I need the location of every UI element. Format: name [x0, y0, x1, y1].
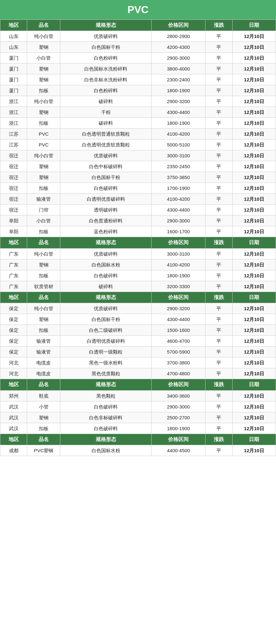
table-cell: 白色破碎料 [60, 423, 152, 434]
table-cell: 宿迁 [0, 172, 27, 183]
table-row: 武汉扣板白色破碎料1800-1900平12月10日 [0, 423, 276, 434]
table-cell: 平 [205, 205, 232, 215]
section-header-cell: 地区 [0, 434, 27, 445]
table-cell: 3750-3850 [152, 172, 205, 183]
table-cell: 扣板 [27, 226, 60, 237]
table-cell: 白色国标干粉 [60, 172, 152, 183]
table-cell: 平 [205, 336, 232, 347]
table-cell: 12月10日 [232, 336, 276, 347]
table-cell: 黑色优质颗粒 [60, 368, 152, 379]
table-cell: 输液管 [27, 194, 60, 205]
table-cell: 12月10日 [232, 42, 276, 53]
table-cell: 白色破碎料 [60, 270, 152, 281]
table-cell: 平 [205, 96, 232, 107]
section-header-cell: 涨跌 [205, 237, 232, 248]
table-cell: 平 [205, 325, 232, 336]
table-cell: 12月10日 [232, 215, 276, 226]
table-cell: 蓝色粉碎料 [60, 226, 152, 237]
section-header-cell: 规格形态 [60, 237, 152, 248]
table-cell: 浙江 [0, 96, 27, 107]
table-cell: 3800-4000 [152, 64, 205, 74]
table-cell: 12月10日 [232, 64, 276, 74]
section-header-cell: 日期 [232, 379, 276, 390]
table-cell: 白色非标水洗粉碎料 [60, 74, 152, 85]
table-cell: 扣板 [27, 325, 60, 336]
table-cell: 2350-2450 [152, 161, 205, 172]
table-cell: PVC [27, 129, 60, 139]
section-header-cell: 品名 [27, 434, 60, 445]
table-cell: 纯小白管 [27, 150, 60, 161]
table-cell: 4100-4200 [152, 194, 205, 205]
section-header-cell: 价格区间 [152, 434, 205, 445]
table-cell: 白色国标干粉 [60, 314, 152, 325]
table-cell: 纯小白管 [27, 96, 60, 107]
table-cell: 12月10日 [232, 205, 276, 215]
table-row: 保定输液管白透明优质破碎料4600-4700平12月10日 [0, 336, 276, 347]
table-cell: 黑色颗粒 [60, 390, 152, 401]
table-cell: 平 [205, 139, 232, 150]
table-cell: 3200-3300 [152, 281, 205, 292]
table-row: 阜阳小白管白色普通粉碎料2900-3000平12月10日 [0, 215, 276, 226]
table-cell: 4300-4400 [152, 205, 205, 215]
table-cell: 平 [205, 423, 232, 434]
table-cell: 宿迁 [0, 194, 27, 205]
table-cell: 塑钢 [27, 107, 60, 118]
table-cell: 阜阳 [0, 215, 27, 226]
table-cell: 扣板 [27, 183, 60, 194]
table-cell: 12月10日 [232, 139, 276, 150]
table-cell: 12月10日 [232, 129, 276, 139]
table-cell: 郑州 [0, 390, 27, 401]
table-cell: 破碎料 [60, 118, 152, 129]
table-cell: 河北 [0, 357, 27, 368]
table-cell: 塑钢 [27, 64, 60, 74]
table-cell: 2900-3000 [152, 215, 205, 226]
col-header-name: 品名 [27, 20, 60, 31]
table-cell: 白色国标水粉 [60, 259, 152, 270]
table-cell: 平 [205, 172, 232, 183]
table-cell: 软质管材 [27, 281, 60, 292]
table-cell: 4300-4400 [152, 314, 205, 325]
table-cell: 保定 [0, 303, 27, 314]
section-header-cell: 涨跌 [205, 379, 232, 390]
section-header-row: 地区品名规格形态价格区间涨跌日期 [0, 434, 276, 445]
table-cell: 鞋底 [27, 390, 60, 401]
table-cell: 2800-2900 [152, 31, 205, 42]
table-row: 保定输液管白透明一级颗粒5700-5900平12月10日 [0, 347, 276, 357]
section-header-cell: 日期 [232, 292, 276, 303]
table-row: 郑州鞋底黑色颗粒3400-3600平12月10日 [0, 390, 276, 401]
table-cell: 武汉 [0, 412, 27, 423]
table-cell: 2300-2400 [152, 74, 205, 85]
table-cell: 白色中标破碎料 [60, 161, 152, 172]
table-cell: 12月10日 [232, 194, 276, 205]
table-cell: 平 [205, 314, 232, 325]
table-cell: 2900-3000 [152, 401, 205, 412]
table-cell: 厦门 [0, 53, 27, 64]
table-cell: 扣板 [27, 423, 60, 434]
table-row: 宿迁扣板白色破碎料1700-1900平12月10日 [0, 183, 276, 194]
table-cell: 纯小白管 [27, 303, 60, 314]
table-cell: 平 [205, 194, 232, 205]
table-cell: 宿迁 [0, 150, 27, 161]
table-cell: 平 [205, 64, 232, 74]
table-cell: 白色破碎料 [60, 401, 152, 412]
table-cell: 1800-1900 [152, 423, 205, 434]
table-cell: 保定 [0, 314, 27, 325]
table-cell: 平 [205, 129, 232, 139]
table-cell: 平 [205, 303, 232, 314]
table-cell: 平 [205, 31, 232, 42]
table-cell: 优质破碎料 [60, 248, 152, 259]
table-cell: 白色国标干粉 [60, 42, 152, 53]
table-cell: PVC [27, 139, 60, 150]
table-cell: 5700-5900 [152, 347, 205, 357]
section-header-row: 地区品名规格形态价格区间涨跌日期 [0, 379, 276, 390]
table-row: 保定塑钢白色国标干粉4300-4400平12月10日 [0, 314, 276, 325]
table-cell: 武汉 [0, 401, 27, 412]
table-cell: 1800-1900 [152, 85, 205, 96]
table-cell: 1800-1900 [152, 270, 205, 281]
table-cell: 平 [205, 118, 232, 129]
table-cell: 优质破碎料 [60, 150, 152, 161]
table-cell: 12月10日 [232, 150, 276, 161]
table-cell: 平 [205, 270, 232, 281]
table-cell: 宿迁 [0, 161, 27, 172]
table-cell: 12月10日 [232, 85, 276, 96]
